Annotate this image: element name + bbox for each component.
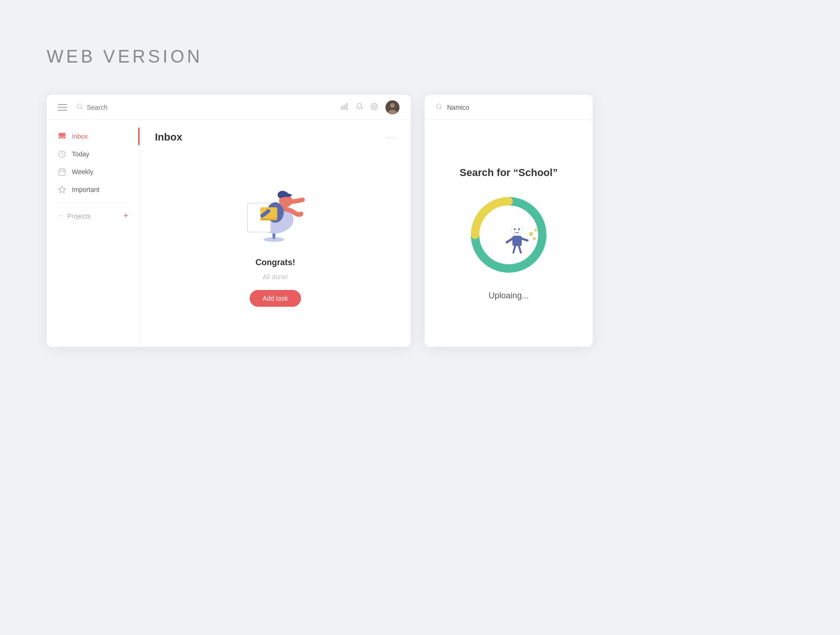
svg-point-36 — [533, 237, 536, 240]
congrats-title: Congrats! — [256, 258, 295, 268]
svg-point-7 — [390, 103, 395, 108]
svg-rect-3 — [344, 105, 345, 109]
uploading-label: Uploaing... — [489, 291, 529, 301]
sidebar-today-label: Today — [72, 150, 89, 158]
inbox-icon — [58, 132, 66, 141]
svg-rect-4 — [341, 106, 343, 109]
svg-line-1 — [81, 108, 83, 109]
svg-point-17 — [264, 237, 284, 242]
svg-rect-22 — [260, 219, 277, 220]
app-body: Inbox Today Weekly — [47, 120, 411, 347]
main-app-panel: Inbox Today Weekly — [47, 95, 411, 347]
svg-line-31 — [507, 239, 512, 242]
svg-marker-15 — [59, 186, 66, 193]
bell-icon[interactable] — [356, 103, 363, 112]
topbar-actions — [341, 100, 399, 114]
page-title: WEB VERSION — [47, 47, 203, 67]
star-icon — [58, 185, 66, 194]
svg-point-29 — [518, 228, 520, 230]
search-content: Search for “School” — [425, 120, 593, 347]
search-panel: Search for “School” — [425, 95, 593, 347]
sidebar: Inbox Today Weekly — [47, 120, 140, 347]
svg-rect-30 — [512, 236, 522, 246]
search-bar — [77, 103, 341, 111]
content-header: Inbox ··· — [140, 120, 411, 151]
stats-icon[interactable] — [341, 103, 348, 112]
search-input[interactable] — [87, 104, 341, 111]
svg-point-0 — [77, 104, 82, 108]
svg-point-37 — [535, 229, 537, 231]
more-options-icon[interactable]: ··· — [386, 133, 396, 142]
congrats-subtitle: All done! — [263, 273, 288, 281]
sidebar-divider — [54, 202, 132, 203]
sidebar-item-today[interactable]: Today — [47, 145, 140, 163]
svg-line-34 — [519, 246, 521, 253]
search-topbar — [425, 95, 593, 120]
content-empty-state: Congrats! All done! Add task — [140, 151, 411, 347]
svg-point-28 — [514, 228, 516, 230]
gear-icon[interactable] — [371, 103, 378, 112]
content-area: Inbox ··· — [140, 120, 411, 347]
topbar — [47, 95, 411, 120]
svg-line-25 — [441, 108, 442, 109]
sidebar-weekly-label: Weekly — [72, 168, 93, 176]
add-project-icon[interactable]: + — [123, 211, 128, 221]
svg-line-33 — [513, 246, 515, 253]
svg-point-35 — [529, 232, 533, 236]
uploading-illustration — [462, 188, 555, 282]
weekly-icon — [58, 168, 66, 176]
sidebar-projects[interactable]: Projects + — [47, 206, 140, 226]
add-task-button[interactable]: Add task — [250, 290, 301, 307]
projects-label: Projects — [67, 212, 119, 220]
sidebar-inbox-label: Inbox — [72, 133, 88, 140]
menu-icon[interactable] — [58, 104, 67, 111]
svg-line-32 — [522, 239, 527, 240]
search-icon-right — [436, 103, 442, 111]
sidebar-important-label: Important — [72, 186, 99, 193]
search-input-right[interactable] — [447, 104, 581, 111]
svg-point-27 — [511, 225, 523, 236]
sidebar-item-important[interactable]: Important — [47, 181, 140, 198]
svg-rect-11 — [59, 169, 65, 176]
chevron-down-icon — [58, 212, 63, 220]
search-icon — [77, 103, 83, 111]
today-icon — [58, 150, 66, 158]
sidebar-item-weekly[interactable]: Weekly — [47, 163, 140, 181]
svg-point-5 — [373, 106, 375, 107]
page-wrapper: WEB VERSION — [0, 0, 840, 635]
svg-point-24 — [437, 104, 441, 108]
empty-illustration — [233, 173, 317, 247]
search-query-title: Search for “School” — [460, 167, 558, 179]
svg-rect-2 — [346, 104, 348, 109]
avatar[interactable] — [385, 100, 399, 114]
content-title: Inbox — [155, 131, 182, 143]
sidebar-item-inbox[interactable]: Inbox — [47, 127, 140, 145]
screenshots-row: Inbox Today Weekly — [47, 95, 793, 347]
